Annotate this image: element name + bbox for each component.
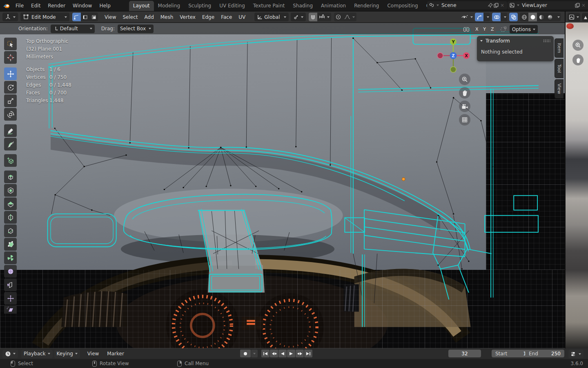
tool-loop-cut[interactable] [4, 211, 17, 224]
sidebar-tab-view[interactable]: View [555, 79, 564, 99]
edge-select-mode-button[interactable] [81, 13, 89, 21]
menu-mesh[interactable]: Mesh [157, 14, 177, 20]
panel-collapse-icon[interactable] [480, 40, 483, 42]
auto-keying-button[interactable] [240, 350, 251, 357]
shading-dropdown-caret[interactable] [557, 16, 560, 18]
tab-shading[interactable]: Shading [289, 1, 317, 11]
tool-cursor[interactable] [4, 51, 17, 64]
menu-window[interactable]: Window [69, 3, 96, 9]
playback-menu[interactable]: Playback [21, 350, 53, 358]
pin-icon[interactable] [488, 2, 493, 8]
scene-name[interactable]: Scene [439, 2, 488, 8]
menu-select[interactable]: Select [119, 14, 141, 20]
mirror-x-button[interactable]: X [473, 26, 481, 33]
transform-orientation-dropdown[interactable]: Global [254, 13, 288, 21]
proportional-falloff-dropdown[interactable] [343, 13, 356, 21]
image-zoom-icon[interactable] [572, 40, 584, 51]
image-pan-hand-icon[interactable] [572, 54, 584, 65]
tool-inset-faces[interactable] [4, 184, 17, 197]
menu-edit[interactable]: Edit [27, 3, 44, 9]
pan-hand-icon[interactable] [459, 87, 470, 99]
overlays-dropdown-caret[interactable] [504, 16, 506, 18]
shading-solid-button[interactable] [528, 13, 537, 21]
tool-poly-build[interactable] [4, 238, 17, 251]
transform-panel-header[interactable]: Transform [477, 36, 554, 46]
menu-help[interactable]: Help [96, 3, 114, 9]
tab-layout[interactable]: Layout [129, 1, 154, 11]
sidebar-tab-item[interactable]: Item [555, 38, 564, 58]
tool-smooth[interactable] [4, 265, 17, 278]
menu-uv[interactable]: UV [235, 14, 249, 20]
tool-add-cube[interactable] [4, 154, 17, 167]
image-browse-button[interactable] [582, 13, 588, 21]
menu-edge[interactable]: Edge [199, 14, 218, 20]
tool-shear[interactable] [4, 305, 17, 314]
tab-sculpting[interactable]: Sculpting [184, 1, 215, 11]
drag-dropdown[interactable]: Select Box [118, 25, 154, 33]
menu-add[interactable]: Add [141, 14, 157, 20]
new-viewlayer-icon[interactable] [575, 2, 580, 8]
timeline-view-menu[interactable]: View [83, 351, 103, 357]
viewlayer-name[interactable]: ViewLayer [519, 2, 575, 8]
jump-to-start-button[interactable] [261, 350, 270, 357]
proportional-editing-toggle[interactable] [334, 13, 343, 21]
scene-selector[interactable]: Scene × [427, 1, 507, 9]
timeline-editor-type-button[interactable] [2, 350, 18, 358]
menu-vertex[interactable]: Vertex [176, 14, 199, 20]
zoom-icon[interactable] [459, 74, 470, 85]
tool-annotate[interactable] [4, 124, 17, 137]
tab-uv-editing[interactable]: UV Editing [215, 1, 249, 11]
tool-bevel[interactable] [4, 197, 17, 210]
tool-rotate[interactable] [4, 81, 17, 94]
play-button[interactable] [287, 350, 295, 357]
pivot-point-dropdown[interactable] [291, 13, 306, 21]
tool-spin[interactable] [4, 251, 17, 264]
keying-set-caret[interactable] [251, 350, 258, 357]
gizmo-dropdown-caret[interactable] [487, 16, 489, 18]
show-overlays-toggle[interactable] [492, 13, 501, 21]
editor-type-button[interactable] [2, 13, 18, 21]
current-frame-field[interactable]: 32 [448, 350, 481, 357]
menu-render[interactable]: Render [44, 3, 69, 9]
tab-modeling[interactable]: Modeling [154, 1, 185, 11]
viewlayer-selector[interactable]: ViewLayer × [508, 1, 588, 9]
timeline-editor-switch-button[interactable] [568, 350, 584, 358]
next-keyframe-button[interactable] [296, 350, 304, 357]
keying-menu[interactable]: Keying [54, 350, 80, 358]
mode-dropdown[interactable]: Edit Mode [20, 13, 69, 21]
mirror-icon[interactable] [462, 26, 470, 33]
new-scene-icon[interactable] [493, 2, 499, 8]
show-object-types-dropdown[interactable] [461, 14, 473, 20]
tab-texture-paint[interactable]: Texture Paint [249, 1, 289, 11]
menu-file[interactable]: File [12, 3, 27, 9]
image-editor-type-button[interactable] [568, 13, 580, 21]
snap-base-icon[interactable] [499, 26, 507, 33]
vertex-select-mode-button[interactable] [72, 13, 81, 21]
panel-drag-grip[interactable] [543, 39, 550, 43]
shading-rendered-button[interactable] [546, 13, 554, 21]
tab-rendering[interactable]: Rendering [350, 1, 383, 11]
face-select-mode-button[interactable] [89, 13, 98, 21]
tool-scale[interactable] [4, 94, 17, 107]
sidebar-tab-tool[interactable]: Tool [555, 59, 564, 78]
menu-view[interactable]: View [101, 14, 119, 20]
tool-measure[interactable] [4, 138, 17, 150]
jump-to-end-button[interactable] [304, 350, 312, 357]
navigation-gizmo[interactable]: Y X Z [436, 38, 470, 74]
tool-knife[interactable] [4, 224, 17, 237]
viewport-3d[interactable]: Orientation: Default Drag: Select Box X … [0, 23, 566, 348]
play-reverse-button[interactable] [278, 350, 287, 357]
tool-tweak-select[interactable] [4, 38, 17, 50]
tool-edge-slide[interactable] [4, 278, 17, 291]
snap-settings-dropdown[interactable] [317, 13, 331, 21]
xray-toggle[interactable] [509, 13, 518, 21]
tool-move[interactable] [4, 67, 17, 80]
end-frame-field[interactable]: End250 [525, 350, 564, 357]
ortho-grid-icon[interactable] [459, 114, 470, 126]
blender-logo-icon[interactable] [3, 3, 10, 9]
tab-animation[interactable]: Animation [317, 1, 350, 11]
tool-transform[interactable] [4, 108, 17, 121]
start-frame-field[interactable]: Start1 [492, 350, 530, 357]
show-gizmo-toggle[interactable] [475, 13, 483, 21]
region-separator[interactable] [565, 11, 566, 348]
